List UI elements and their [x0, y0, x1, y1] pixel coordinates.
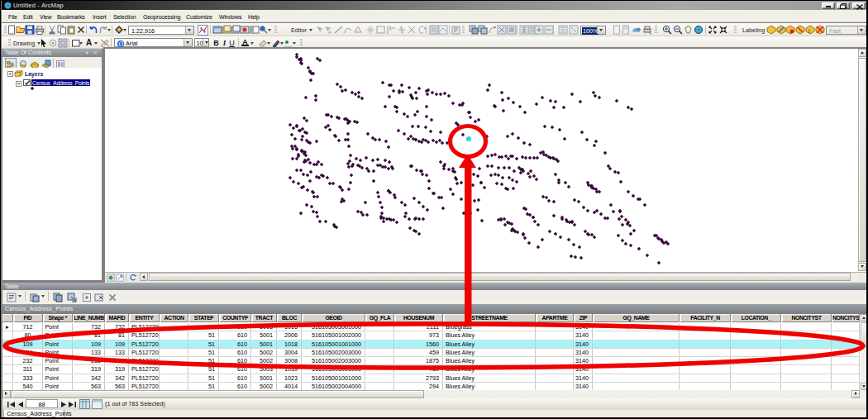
svg-text:A: A — [328, 30, 331, 35]
svg-text:O: O — [118, 40, 123, 47]
